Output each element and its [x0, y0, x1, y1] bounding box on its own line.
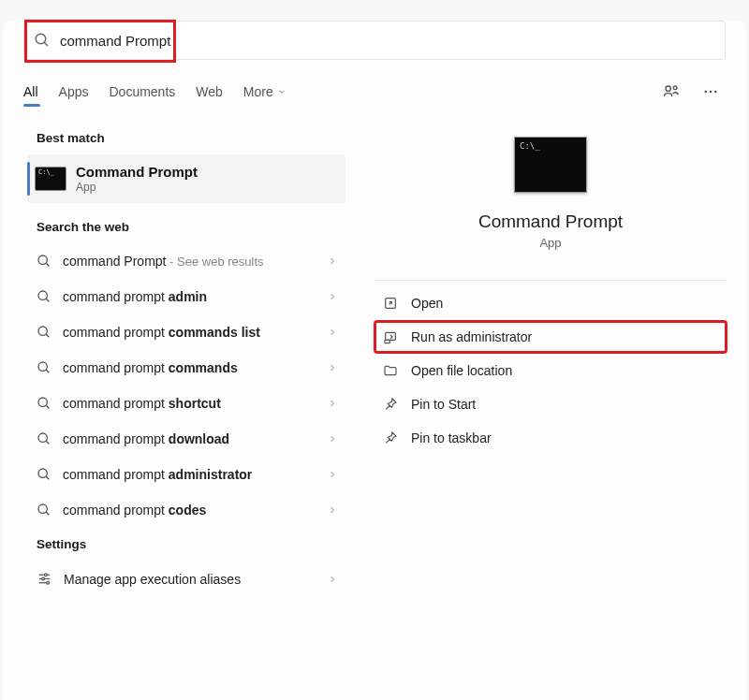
web-result[interactable]: command prompt commands list	[23, 314, 349, 350]
web-result-text: command prompt shortcut	[63, 396, 316, 411]
svg-point-4	[704, 91, 707, 94]
web-result-text: command prompt commands	[63, 360, 316, 375]
svg-point-19	[38, 469, 47, 477]
action-open[interactable]: Open	[374, 286, 727, 320]
preview-panel: C:\_ Command Prompt App OpenRun as admin…	[357, 122, 746, 698]
search-icon	[37, 467, 51, 482]
svg-point-21	[38, 504, 47, 513]
settings-label: Settings	[37, 537, 349, 551]
tab-all[interactable]: All	[23, 79, 38, 105]
svg-point-27	[42, 577, 45, 580]
action-open-file-location[interactable]: Open file location	[374, 354, 727, 387]
svg-point-5	[710, 91, 712, 94]
chevron-right-icon	[327, 433, 338, 445]
web-result[interactable]: command Prompt - See web results	[23, 243, 349, 279]
web-result-text: command Prompt - See web results	[63, 254, 316, 269]
web-result[interactable]: command prompt codes	[23, 492, 349, 528]
svg-line-1	[44, 42, 48, 46]
action-label: Open file location	[411, 363, 512, 378]
action-label: Open	[411, 296, 443, 311]
action-label: Run as administrator	[411, 329, 532, 344]
action-run-as-administrator[interactable]: Run as administrator	[374, 320, 727, 354]
search-icon	[37, 503, 51, 518]
tab-web[interactable]: Web	[196, 79, 223, 105]
tab-apps[interactable]: Apps	[59, 79, 89, 105]
action-pin-to-start[interactable]: Pin to Start	[374, 387, 727, 421]
svg-rect-33	[385, 340, 389, 343]
web-result-text: command prompt download	[63, 431, 316, 446]
best-match-title: Command Prompt	[76, 164, 198, 180]
web-result[interactable]: command prompt shortcut	[23, 386, 349, 421]
svg-line-10	[46, 299, 49, 301]
chevron-right-icon	[327, 362, 338, 373]
settings-result[interactable]: Manage app execution aliases	[23, 561, 349, 597]
svg-point-11	[38, 327, 47, 335]
shield-admin-icon	[383, 329, 398, 344]
chevron-right-icon	[327, 504, 338, 516]
results-panel: Best match C:\_ Command Prompt App Searc…	[3, 122, 357, 698]
svg-rect-32	[386, 332, 396, 340]
chevron-right-icon	[327, 291, 338, 302]
best-match-label: Best match	[37, 131, 349, 145]
preview-title: Command Prompt	[478, 211, 623, 232]
chevron-right-icon	[327, 469, 338, 480]
web-result[interactable]: command prompt commands	[23, 350, 349, 386]
svg-point-2	[666, 86, 670, 91]
preview-sub: App	[539, 236, 561, 250]
search-icon	[34, 32, 51, 49]
person-icon	[662, 82, 681, 101]
svg-point-15	[38, 398, 47, 406]
search-icon	[37, 396, 51, 411]
svg-line-14	[46, 370, 49, 372]
svg-point-24	[45, 574, 48, 576]
chevron-right-icon	[327, 398, 338, 409]
tab-more[interactable]: More	[243, 79, 286, 105]
chevron-right-icon	[327, 574, 338, 585]
web-result[interactable]: command prompt download	[23, 421, 349, 457]
svg-line-8	[46, 263, 49, 266]
open-icon	[383, 296, 398, 311]
svg-point-13	[38, 362, 47, 371]
search-icon	[37, 289, 51, 304]
search-icon	[37, 360, 51, 375]
more-options-button[interactable]	[696, 77, 726, 107]
command-prompt-icon: C:\_	[35, 167, 66, 191]
svg-line-16	[46, 405, 49, 408]
chevron-down-icon	[277, 87, 286, 96]
tab-documents[interactable]: Documents	[109, 79, 175, 105]
web-label: Search the web	[37, 220, 349, 234]
svg-line-20	[46, 476, 49, 479]
web-result[interactable]: command prompt administrator	[23, 457, 349, 492]
pin-icon	[383, 430, 398, 445]
settings-result-text: Manage app execution aliases	[64, 572, 316, 587]
tab-more-label: More	[243, 84, 273, 99]
account-button[interactable]	[656, 77, 686, 107]
web-result-text: command prompt commands list	[63, 325, 316, 340]
best-match-sub: App	[76, 181, 198, 194]
svg-point-0	[36, 34, 46, 44]
search-window: All Apps Documents Web More Best match C…	[3, 21, 746, 700]
search-bar[interactable]	[23, 21, 726, 60]
action-label: Pin to taskbar	[411, 430, 492, 445]
search-input[interactable]	[60, 33, 715, 49]
svg-line-18	[46, 441, 49, 444]
actions-list: OpenRun as administratorOpen file locati…	[374, 280, 727, 455]
web-result[interactable]: command prompt admin	[23, 279, 349, 314]
svg-point-17	[38, 433, 47, 442]
svg-point-7	[38, 255, 47, 264]
web-result-text: command prompt administrator	[63, 467, 316, 482]
list-settings-icon	[37, 571, 52, 587]
pin-icon	[383, 397, 398, 412]
ellipsis-icon	[702, 83, 719, 100]
svg-point-3	[673, 86, 677, 90]
svg-point-9	[38, 291, 47, 299]
command-prompt-icon-large: C:\_	[514, 137, 587, 193]
action-label: Pin to Start	[411, 397, 476, 412]
svg-point-30	[47, 581, 50, 584]
folder-icon	[383, 363, 398, 378]
svg-point-6	[714, 91, 717, 94]
action-pin-to-taskbar[interactable]: Pin to taskbar	[374, 421, 727, 455]
svg-line-22	[46, 512, 49, 515]
best-match-result[interactable]: C:\_ Command Prompt App	[27, 154, 345, 203]
search-icon	[37, 325, 51, 340]
